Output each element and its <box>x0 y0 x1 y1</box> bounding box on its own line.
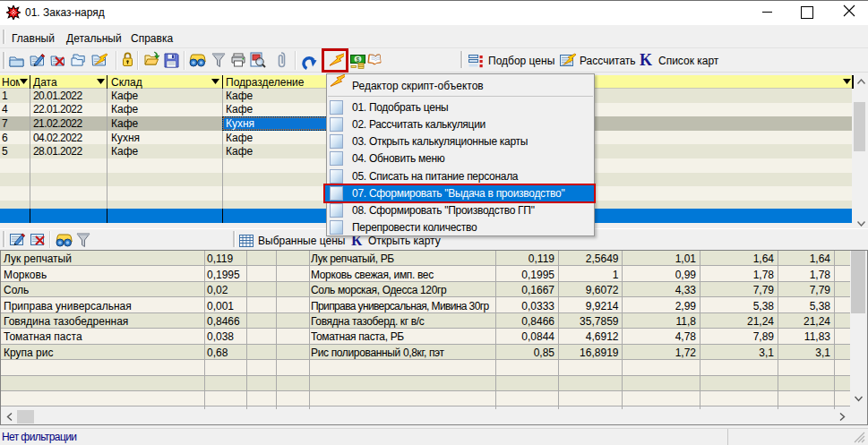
svg-text:$: $ <box>357 56 360 63</box>
